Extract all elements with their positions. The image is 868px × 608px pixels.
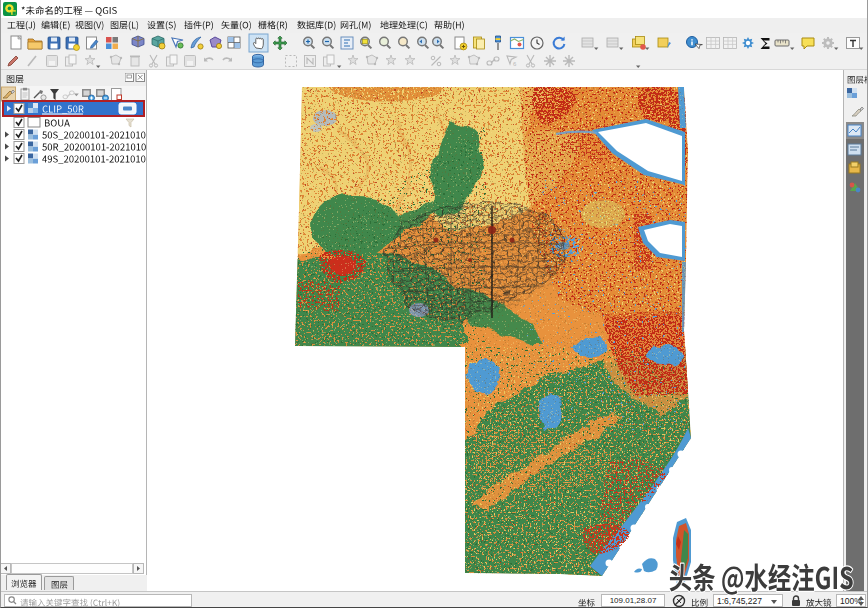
- svg-text:6: 6: [513, 61, 517, 67]
